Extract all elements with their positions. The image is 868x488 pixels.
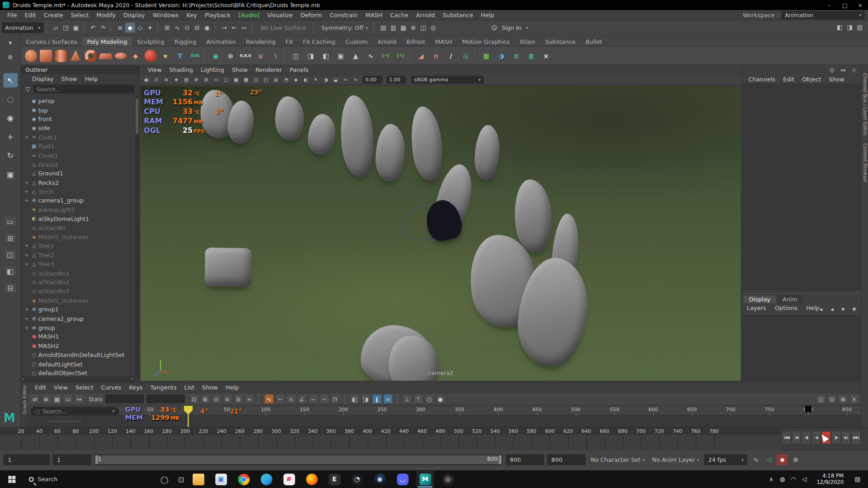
extrude-face-tool-icon[interactable]: [↗] — [378, 48, 393, 63]
stone-mesh[interactable] — [204, 248, 251, 287]
svg-tool-icon[interactable]: SVG — [188, 48, 203, 63]
boolean-difference-tool-icon[interactable]: ∖ — [268, 48, 283, 63]
toggle-channel-box-icon[interactable]: ▥ — [855, 22, 865, 32]
move-layer-up-icon[interactable]: ◂ — [816, 304, 826, 314]
shelf-tab-animation[interactable]: Animation — [201, 37, 241, 46]
sign-in-button[interactable]: ☺ Sign In ▾ — [489, 22, 528, 33]
default-material-icon[interactable]: ◐ — [301, 75, 311, 84]
persp-outliner-layout-icon[interactable]: ◧ — [4, 266, 17, 277]
shelf-tab-fx-caching[interactable]: FX Caching — [298, 37, 340, 46]
close-button[interactable]: × — [853, 0, 868, 10]
menu-constrain[interactable]: Constrain — [326, 12, 362, 19]
target-weld-tool-icon[interactable]: ◎ — [458, 48, 473, 63]
outliner-item-tree1[interactable]: +△Tree1 — [21, 241, 135, 250]
auto-keyframe-icon[interactable]: ● — [777, 454, 788, 465]
bevel-tool-icon[interactable]: ◢ — [414, 48, 429, 63]
outliner-item-tree2[interactable]: +△Tree2 — [21, 250, 135, 259]
time-slider[interactable]: 2040608010012014016018020022024026028030… — [0, 427, 868, 450]
frame-playback-range-icon[interactable]: ⊞ — [200, 394, 210, 404]
safe-action-icon[interactable]: ◫ — [251, 75, 261, 84]
outliner-item-defaultobjectset[interactable]: ○defaultObjectSet — [21, 368, 135, 376]
shadows-icon[interactable]: ◑ — [321, 75, 330, 84]
move-layer-down-icon[interactable]: ◂ — [827, 304, 837, 314]
expand-icon[interactable]: + — [23, 198, 30, 203]
stats-value-field[interactable] — [146, 394, 185, 404]
shelf-tab-fx[interactable]: FX — [280, 37, 297, 46]
menu-select[interactable]: Select — [67, 12, 93, 19]
channel-manipulator-icon[interactable]: ⊹ — [849, 65, 859, 75]
new-layer-from-selected-icon[interactable]: ✷ — [849, 304, 859, 314]
snap-point-icon[interactable]: ⊙ — [182, 23, 192, 33]
menu-playback[interactable]: Playback — [201, 12, 235, 19]
shelf-tab-arnold[interactable]: Arnold — [373, 37, 401, 46]
bridge-tool-icon[interactable]: ∩ — [429, 48, 443, 63]
channel-slider-mode-icon[interactable]: ↔ — [838, 65, 848, 75]
shelf-tab-xgen[interactable]: XGen — [514, 37, 540, 46]
lighting-icon[interactable]: ☀ — [311, 75, 321, 84]
go-to-end-button[interactable]: ▶▶| — [851, 431, 861, 444]
layer-list[interactable] — [743, 315, 860, 380]
outliner-item-persp[interactable]: ◉persp — [21, 96, 135, 105]
hypershade-icon[interactable]: ◫ — [418, 23, 428, 33]
quad-draw-tool-icon[interactable]: ▦ — [479, 48, 494, 63]
step-tangent-icon[interactable]: ¬ — [319, 394, 329, 404]
move-keys-tool-icon[interactable]: ⇄ — [30, 394, 40, 404]
pin-channel-box-icon[interactable]: ⊙ — [827, 65, 837, 75]
taskbar-app-github[interactable]: ◔ — [348, 471, 366, 488]
break-tangents-icon[interactable]: ⊥ — [402, 394, 412, 404]
scrollbar-thumb[interactable] — [136, 99, 138, 134]
shelf-tab-substance[interactable]: Substance — [540, 37, 580, 46]
construction-history-icon[interactable]: ∾ — [239, 23, 249, 33]
taskbar-clock[interactable]: 4:18 PM 12/9/2020 — [812, 473, 848, 486]
make-live-icon[interactable]: ◉ — [202, 23, 212, 33]
menu-substance[interactable]: Substance — [439, 12, 477, 19]
graph-menu-tangents[interactable]: Tangents — [146, 384, 180, 391]
exposure-field[interactable]: 0.00 — [363, 76, 382, 84]
outliner-item-group[interactable]: +⊕group — [21, 323, 135, 332]
absolute-view-icon[interactable]: ≡ — [222, 394, 232, 404]
taskbar-app-file-explorer[interactable] — [189, 471, 207, 488]
go-to-start-button[interactable]: |◀◀ — [782, 431, 791, 444]
single-pane-layout-icon[interactable]: ▭ — [4, 216, 17, 227]
cortana-button[interactable]: ◯ — [156, 470, 173, 488]
spline-tangent-icon[interactable]: ∼ — [275, 394, 285, 404]
frame-panel-icon[interactable]: ⊡ — [827, 394, 837, 404]
panel-layout-icon[interactable]: ◫ — [816, 394, 826, 404]
channel-box-content[interactable] — [743, 84, 860, 290]
hud-toggle-icon[interactable]: ◍ — [271, 75, 281, 84]
offset-edge-loop-tool-icon[interactable]: ≣ — [524, 48, 538, 63]
layer-menu-options[interactable]: Options — [772, 304, 801, 311]
graph-menu-view[interactable]: View — [50, 384, 72, 391]
outliner-item-mash2[interactable]: ●MASH2 — [21, 341, 135, 350]
character-set-dropdown[interactable]: No Character Set ▾ — [589, 456, 647, 463]
time-slider-ruler[interactable]: 2040608010012014016018020022024026028030… — [0, 428, 781, 451]
outliner-menu-help[interactable]: Help — [81, 75, 101, 82]
close-panel-icon[interactable]: × — [849, 394, 859, 404]
stone-mesh[interactable] — [408, 105, 445, 183]
selection-mask-dropdown-icon[interactable]: ▾ — [145, 23, 155, 33]
shelf-tab-rendering[interactable]: Rendering — [241, 37, 281, 46]
panel-splitter[interactable] — [742, 292, 861, 295]
lock-camera-icon[interactable]: ⊙ — [152, 75, 161, 84]
channelbox-menu-channels[interactable]: Channels — [745, 75, 778, 82]
select-hierarchy-icon[interactable]: ≡ — [115, 23, 125, 33]
animation-end-field[interactable]: 800 — [547, 454, 586, 465]
flat-tangent-icon[interactable]: − — [308, 394, 318, 404]
step-forward-frame-button[interactable]: |▶ — [831, 431, 841, 444]
render-view-icon[interactable]: ▤ — [378, 23, 388, 33]
outliner-item-camera2-group[interactable]: +⊕camera2_group — [21, 314, 135, 323]
gate-mask-icon[interactable]: ▣ — [231, 75, 241, 84]
select-component-icon[interactable]: ◇ — [135, 23, 145, 33]
outliner-item-top[interactable]: ◉top — [21, 105, 135, 114]
expand-icon[interactable]: + — [23, 180, 30, 185]
graph-menu-curves[interactable]: Curves — [97, 384, 125, 391]
safe-title-icon[interactable]: ◰ — [261, 75, 271, 84]
outliner-item-side[interactable]: ◉side — [21, 123, 135, 132]
grid-toggle-icon[interactable]: ⊞ — [202, 75, 211, 84]
menu-visualize[interactable]: Visualize — [263, 12, 297, 19]
xray-icon[interactable]: ◔ — [281, 75, 291, 84]
separate-tool-icon[interactable]: ◨ — [303, 48, 318, 63]
playback-end-field[interactable]: 800 — [505, 454, 544, 465]
taskbar-app-photos[interactable]: ▣ — [212, 471, 230, 488]
menu-audio[interactable]: [Audio] — [235, 12, 264, 19]
